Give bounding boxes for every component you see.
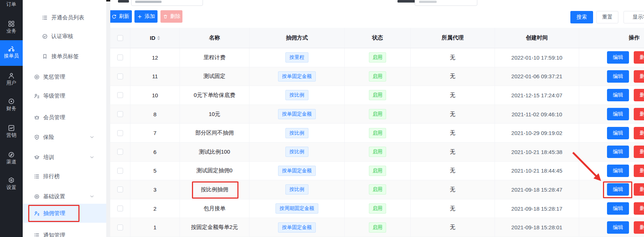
row-method-cell: 按比例: [249, 180, 345, 199]
chevron-down-icon[interactable]: [89, 155, 95, 160]
row-method-cell: 按单固定金额: [249, 162, 345, 180]
row-delete-button[interactable]: 删除: [634, 108, 644, 120]
select-all-checkbox[interactable]: [117, 35, 123, 41]
marketing-chart-icon: [8, 124, 15, 132]
secondary-nav-item[interactable]: 认证审核: [23, 29, 106, 44]
secondary-nav-item[interactable]: 等级管理: [23, 89, 106, 103]
row-edit-button[interactable]: 编辑: [607, 202, 629, 215]
show-columns-button[interactable]: 显示字: [623, 11, 644, 23]
chevron-down-icon[interactable]: [89, 194, 95, 199]
row-checkbox[interactable]: [117, 187, 123, 192]
row-delete-button[interactable]: 删除: [634, 127, 644, 139]
secondary-nav-item[interactable]: 通知管理: [23, 228, 106, 237]
table-row: 5测试固定抽佣0按单固定金额启用无2021-10-21 18:44:45编辑删除: [110, 162, 644, 181]
row-delete-button[interactable]: 删除: [634, 70, 644, 83]
row-edit-button[interactable]: 编辑: [607, 127, 629, 139]
notice-list-icon: [34, 232, 40, 237]
row-name-cell: 按固定金额每单2元: [180, 218, 249, 237]
search-button[interactable]: 搜索: [570, 11, 593, 23]
row-actions-cell: 编辑删除: [579, 105, 644, 124]
primary-nav-item[interactable]: 设置: [0, 177, 23, 191]
row-edit-button[interactable]: 编辑: [607, 165, 629, 177]
secondary-nav-label: 会员管理: [43, 114, 65, 121]
row-id-cell: 6: [130, 143, 180, 161]
row-method-cell: 按比例: [249, 124, 345, 142]
row-checkbox[interactable]: [117, 130, 123, 136]
secondary-nav-label: 等级管理: [43, 93, 65, 99]
secondary-nav-label: 培训: [43, 154, 54, 161]
secondary-nav-item[interactable]: 保险: [23, 130, 106, 144]
row-delete-button[interactable]: 删除: [634, 51, 644, 64]
row-actions-cell: 编辑删除: [579, 48, 644, 67]
row-name-cell: 包月接单: [180, 199, 249, 218]
secondary-nav-item[interactable]: 培训: [23, 150, 106, 165]
row-id-cell: 10: [130, 86, 180, 105]
row-edit-button[interactable]: 编辑: [607, 146, 629, 158]
secondary-nav-item[interactable]: 排行榜: [23, 169, 106, 184]
sort-carets[interactable]: [157, 36, 160, 40]
secondary-nav-item[interactable]: 会员管理: [23, 110, 106, 125]
secondary-nav-label: 奖惩管理: [43, 74, 65, 80]
row-delete-button[interactable]: 删除: [634, 89, 644, 101]
row-checkbox[interactable]: [117, 206, 123, 211]
show-columns-label: 显示字: [633, 14, 644, 20]
row-edit-button[interactable]: 编辑: [607, 221, 629, 234]
row-checkbox[interactable]: [117, 54, 123, 60]
primary-nav-item[interactable]: 业务: [0, 20, 23, 34]
row-id-cell: 3: [130, 180, 180, 199]
row-actions-cell: 编辑删除: [579, 67, 644, 86]
delete-button[interactable]: 删除: [160, 10, 182, 23]
row-method-cell: 按周期固定金额: [249, 199, 345, 218]
row-edit-button[interactable]: 编辑: [607, 183, 629, 196]
base-settings-icon: [34, 193, 40, 200]
row-edit-button[interactable]: 编辑: [607, 70, 629, 83]
row-edit-button[interactable]: 编辑: [607, 51, 629, 64]
row-checkbox[interactable]: [117, 168, 123, 174]
primary-nav-item[interactable]: 财务: [0, 98, 23, 112]
row-delete-button[interactable]: 删除: [634, 221, 644, 234]
row-edit-button[interactable]: 编辑: [607, 108, 629, 120]
refresh-button[interactable]: 刷新: [109, 10, 132, 23]
primary-nav-label: 营销: [7, 132, 16, 138]
row-checkbox[interactable]: [117, 111, 123, 117]
status-tag: 启用: [369, 109, 386, 119]
apps-grid-icon: [8, 20, 15, 27]
row-delete-button[interactable]: 删除: [634, 202, 644, 215]
row-checkbox[interactable]: [117, 225, 123, 230]
secondary-nav-item[interactable]: 开通会员列表: [23, 10, 106, 25]
row-delete-button[interactable]: 删除: [634, 146, 644, 158]
reset-button[interactable]: 重置: [596, 11, 618, 23]
primary-nav-item[interactable]: 渠道: [0, 151, 23, 165]
secondary-nav-item[interactable]: 基础设置: [23, 189, 106, 204]
sidebar-scrollbar[interactable]: [106, 1, 110, 237]
rider-scooter-icon: [8, 45, 15, 52]
finance-target-icon: [8, 98, 15, 105]
row-agent-cell: 无: [411, 218, 495, 237]
row-select-cell: [110, 105, 130, 124]
row-agent-cell: 无: [411, 124, 495, 142]
row-checkbox[interactable]: [117, 74, 123, 79]
table-row: 11测试固定按单固定金额启用无2022-01-06 09:37:21编辑删除: [110, 67, 644, 86]
primary-nav-item[interactable]: 接单员: [0, 40, 23, 66]
row-delete-button[interactable]: 删除: [634, 165, 644, 177]
row-edit-button[interactable]: 编辑: [607, 89, 629, 101]
add-button[interactable]: 添加: [134, 10, 158, 23]
status-tag: 启用: [369, 147, 386, 157]
col-header-name: 名称: [180, 28, 249, 48]
primary-nav-item[interactable]: 订单: [0, 0, 23, 7]
row-select-cell: [110, 48, 130, 67]
secondary-nav-item[interactable]: 奖惩管理: [23, 69, 106, 84]
row-checkbox[interactable]: [117, 92, 123, 98]
method-tag: 按比例: [285, 147, 308, 157]
row-checkbox[interactable]: [117, 149, 123, 155]
chevron-down-icon[interactable]: [89, 135, 95, 140]
primary-nav-item[interactable]: 用户: [0, 72, 23, 86]
row-status-cell: 启用: [345, 124, 411, 142]
row-delete-button[interactable]: 删除: [634, 183, 644, 196]
primary-nav-item[interactable]: 营销: [0, 124, 23, 138]
secondary-nav-item[interactable]: 接单员标签: [23, 49, 106, 64]
secondary-nav-label: 开通会员列表: [51, 14, 84, 21]
secondary-nav-item[interactable]: 抽佣管理: [23, 204, 106, 223]
select-all-cell: [110, 28, 130, 48]
row-status-cell: 启用: [345, 105, 411, 124]
